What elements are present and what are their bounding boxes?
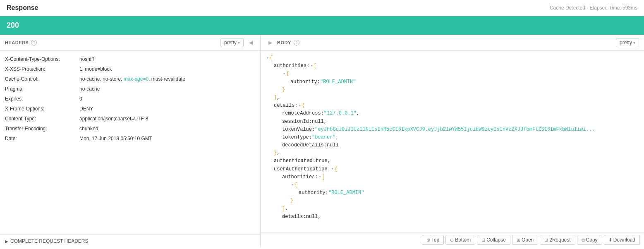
header-row-expires: Expires: 0 [5, 94, 255, 104]
pretty-chevron-icon: ▾ [238, 41, 240, 45]
page-title: Response [7, 4, 38, 12]
top-icon: ⊕ [426, 237, 430, 243]
json-authorities-key: authorities : ▾ [ [266, 62, 639, 70]
top-button[interactable]: ⊕ Top [422, 235, 444, 245]
download-button[interactable]: ⬇ Download [604, 235, 640, 245]
collapse-button[interactable]: ⊟ Collapse [477, 235, 510, 245]
json-details-close: }, [266, 149, 639, 157]
json-root-open: ▾ { [266, 54, 639, 62]
status-code: 200 [7, 21, 19, 29]
headers-pretty-btn[interactable]: pretty ▾ [220, 38, 244, 47]
collapse-icon: ⊟ [481, 237, 485, 243]
json-details-key: details : ▾ { [266, 102, 639, 110]
headers-title: HEADERS [5, 40, 29, 45]
json-userauth-details: details : null, [266, 213, 639, 221]
body-panel-header: ▶ BODY ? pretty ▾ [261, 35, 644, 51]
json-sessionId: sessionId : null, [266, 118, 639, 126]
bottom-toolbar: ⊕ Top ⊕ Bottom ⊟ Collapse ⊞ Open ⊞ 2Requ… [261, 232, 644, 247]
copy-icon: ⧉ [582, 237, 585, 243]
download-icon: ⬇ [608, 237, 612, 243]
open-button[interactable]: ⊞ Open [512, 235, 538, 245]
json-authorities-obj-open: ▾ { [266, 70, 639, 78]
json-userauth-authority: authority : "ROLE_ADMIN" [266, 189, 639, 197]
json-decodedDetails: decodedDetails : null [266, 141, 639, 149]
bottom-icon: ⊕ [450, 237, 454, 243]
header-row-pragma: Pragma: no-cache [5, 84, 255, 94]
header-row-contenttype: Content-Type: application/json;charset=U… [5, 114, 255, 124]
headers-info-icon[interactable]: ? [31, 40, 37, 45]
json-userAuthentication-key: userAuthentication : ▾ { [266, 165, 639, 173]
body-title: BODY [277, 40, 291, 45]
open-icon: ⊞ [517, 237, 520, 243]
header-row-xframe: X-Frame-Options: DENY [5, 104, 255, 114]
request-button[interactable]: ⊞ 2Request [540, 235, 575, 245]
complete-request-headers-toggle[interactable]: ▶ COMPLETE REQUEST HEADERS [0, 235, 260, 247]
header-row-cache: Cache-Control: no-cache, no-store, max-a… [5, 74, 255, 84]
json-tokenValue: tokenValue : "eyJhbGci0iJIUzI1NiIsInR5cC… [266, 126, 639, 134]
json-authority: authority : "ROLE_ADMIN" [266, 78, 639, 86]
body-content[interactable]: ▾ { authorities : ▾ [ ▾ { authority : "R… [261, 51, 644, 232]
expand-right-arrow[interactable]: ▶ [266, 38, 275, 47]
expand-arrow-icon: ▶ [5, 239, 8, 244]
headers-panel: HEADERS ? pretty ▾ ◀ X-Content-Type-Opti… [0, 35, 261, 247]
headers-panel-header: HEADERS ? pretty ▾ ◀ [0, 35, 260, 51]
collapse-left-arrow[interactable]: ◀ [246, 38, 255, 47]
json-userauth-obj-open: ▾ { [266, 181, 639, 189]
header-row-xxss: X-XSS-Protection: 1; mode=block [5, 64, 255, 74]
json-userauth-authorities-close: ], [266, 205, 639, 213]
top-bar: Response Cache Detected - Elapsed Time: … [0, 0, 644, 16]
json-authenticated: authenticated : true, [266, 157, 639, 165]
body-pretty-btn[interactable]: pretty ▾ [616, 38, 639, 47]
json-tokenType: tokenType : "bearer", [266, 134, 639, 141]
json-authorities-obj-close: } [266, 86, 639, 94]
json-userauth-obj-close: } [266, 197, 639, 205]
json-authorities-close: ], [266, 94, 639, 102]
headers-table: X-Content-Type-Options: nosniff X-XSS-Pr… [0, 51, 260, 235]
json-userauth-authorities-key: authorities : ▾ [ [266, 173, 639, 181]
bottom-button[interactable]: ⊕ Bottom [445, 235, 475, 245]
header-row-date: Date: Mon, 17 Jun 2019 05:50:10 GMT [5, 134, 255, 144]
body-info-icon[interactable]: ? [294, 40, 299, 45]
header-row-transfer: Transfer-Encoding: chunked [5, 124, 255, 134]
header-row-xcontent: X-Content-Type-Options: nosniff [5, 54, 255, 64]
body-pretty-chevron-icon: ▾ [633, 41, 635, 45]
json-remoteAddress: remoteAddress : "127.0.0.1", [266, 110, 639, 117]
request-icon: ⊞ [544, 237, 548, 243]
cache-meta: Cache Detected - Elapsed Time: 593ms [550, 5, 637, 11]
status-bar: 200 [0, 16, 644, 35]
copy-button[interactable]: ⧉ Copy [577, 235, 602, 245]
body-panel: ▶ BODY ? pretty ▾ ▾ { authorities : ▾ [ [261, 35, 644, 247]
max-age-link[interactable]: max-age=0 [124, 76, 148, 82]
